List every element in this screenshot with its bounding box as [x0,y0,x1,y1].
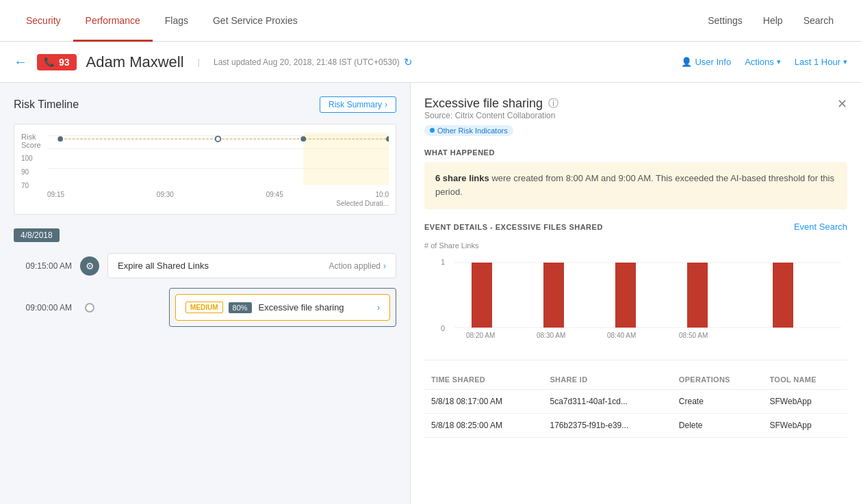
risk-summary-button[interactable]: Risk Summary › [320,96,396,113]
right-panel-header: Excessive file sharing ⓘ Source: Citrix … [424,96,847,146]
col-time-shared: TIME SHARED [424,370,543,390]
row0-operations: Create [672,390,763,414]
user-info-label: User Info [695,57,731,67]
header-divider: | [198,57,200,67]
svg-text:08:50 AM: 08:50 AM [679,332,708,339]
svg-rect-13 [543,263,564,328]
time-range-button[interactable]: Last 1 Hour ▾ [795,57,847,67]
panel-header: Risk Timeline Risk Summary › [14,96,396,113]
svg-text:08:20 AM: 08:20 AM [466,332,495,339]
actions-label: Actions [745,57,774,67]
risk-summary-chevron-icon: › [385,100,387,109]
nav-security-label: Security [26,15,61,26]
user-header: ← 📞 93 Adam Maxwell | Last updated Aug 2… [0,42,861,83]
timeline-item-expire: 09:15:00 AM ⚙ Expire all Shared Links Ac… [14,253,396,278]
source-text: Source: Citrix Content Collaboration [424,111,558,120]
top-nav: Security Performance Flags Get Service P… [0,0,861,42]
svg-rect-15 [687,263,708,328]
actions-button[interactable]: Actions ▾ [745,57,781,67]
event-search-link[interactable]: Event Search [794,222,847,232]
table-row: 5/8/18 08:17:00 AM 5ca7d311-40af-1cd... … [424,390,847,414]
action-text: Action applied [329,261,381,271]
what-happened-label: WHAT HAPPENED [424,148,847,157]
risk-score: 93 [59,57,70,68]
risk-badge: 📞 93 [37,54,77,70]
nav-help[interactable]: Help [763,15,783,26]
card-chevron-icon: › [383,261,386,271]
nav-flags-label: Flags [165,15,188,26]
nav-item-flags[interactable]: Flags [153,0,201,42]
tag-dot [430,128,435,133]
gear-icon: ⚙ [80,256,99,276]
nav-search[interactable]: Search [804,15,834,26]
header-actions: 👤 User Info Actions ▾ Last 1 Hour ▾ [681,57,847,67]
event-title-area: Excessive file sharing ⓘ Source: Citrix … [424,96,558,146]
svg-rect-16 [773,263,793,328]
col-share-id: SHARE ID [543,370,671,390]
bar-chart-y-label: # of Share Links [424,241,847,250]
selected-event-chevron-icon: › [377,302,380,313]
row1-share-id: 176b2375-f91b-e39... [543,414,671,438]
last-updated-text: Last updated Aug 20, 2018, 21:48 IST (UT… [214,57,400,67]
nav-item-service-proxies[interactable]: Get Service Proxies [201,0,310,42]
what-happened-box: 6 share links were created from 8:00 AM … [424,162,847,210]
event-score: 80% [229,302,252,313]
nav-item-security[interactable]: Security [14,0,73,42]
svg-text:08:40 AM: 08:40 AM [607,332,636,339]
excessive-file-sharing-title: Excessive file sharing [259,302,344,313]
col-operations: OPERATIONS [672,370,763,390]
time-range-label: Last 1 Hour [795,57,840,67]
svg-text:1: 1 [441,258,445,266]
row0-share-id: 5ca7d311-40af-1cd... [543,390,671,414]
selected-event-card[interactable]: MEDIUM 80% Excessive file sharing › [175,294,390,321]
table-header-row: TIME SHARED SHARE ID OPERATIONS TOOL NAM… [424,370,847,390]
svg-rect-14 [615,263,636,328]
user-icon: 👤 [681,57,692,67]
user-name: Adam Maxwell [86,53,184,71]
phone-icon: 📞 [44,57,55,67]
chart-x-09-15: 09:15 [47,191,64,198]
medium-badge: MEDIUM [185,302,223,313]
actions-chevron-icon: ▾ [777,57,781,66]
event-details-label: EVENT DETAILS - EXCESSIVE FILES SHARED [424,223,603,231]
info-icon[interactable]: ⓘ [548,97,558,110]
nav-item-performance[interactable]: Performance [73,0,153,42]
risk-chart-svg [47,131,389,186]
timeline-time-0915: 09:15:00 AM [14,261,72,271]
what-happened-bold: 6 share links [435,173,489,183]
risk-summary-label: Risk Summary [329,100,382,109]
expire-links-action: Action applied › [329,261,386,271]
user-info-button[interactable]: 👤 User Info [681,57,731,67]
chart-selected-duration: Selected Durati... [47,200,389,207]
row1-operations: Delete [672,414,763,438]
event-title-main: Excessive file sharing ⓘ [424,96,558,111]
svg-point-5 [216,136,221,142]
dot-icon [85,303,94,313]
chart-x-09-30: 09:30 [157,191,174,198]
event-title-text: Excessive file sharing [424,96,543,111]
main-content: Risk Timeline Risk Summary › Risk Score … [0,83,861,504]
timeline-time-0900: 09:00:00 AM [14,303,72,313]
last-updated: Last updated Aug 20, 2018, 21:48 IST (UT… [214,56,413,68]
svg-rect-3 [303,133,389,185]
chart-y-label: Risk Score [21,133,42,149]
table-row: 5/8/18 08:25:00 AM 176b2375-f91b-e39... … [424,414,847,438]
row0-tool: SFWebApp [763,390,847,414]
nav-settings[interactable]: Settings [708,15,743,26]
tag-label: Other Risk Indicators [437,127,508,135]
row1-time: 5/8/18 08:25:00 AM [424,414,543,438]
timeline-card-expire[interactable]: Expire all Shared Links Action applied › [107,253,396,278]
panel-title: Risk Timeline [14,98,79,111]
col-tool-name: TOOL NAME [763,370,847,390]
refresh-icon[interactable]: ↻ [404,56,413,68]
close-button[interactable]: ✕ [837,96,847,111]
right-panel: Excessive file sharing ⓘ Source: Citrix … [411,83,861,504]
event-card-left: MEDIUM 80% Excessive file sharing [185,302,344,313]
event-details-table: TIME SHARED SHARE ID OPERATIONS TOOL NAM… [424,370,847,438]
svg-text:08:30 AM: 08:30 AM [537,332,565,339]
table-body: 5/8/18 08:17:00 AM 5ca7d311-40af-1cd... … [424,390,847,438]
tag-pill: Other Risk Indicators [424,125,513,136]
nav-right: Settings Help Search [708,15,847,26]
back-button[interactable]: ← [14,54,27,70]
svg-point-6 [300,136,306,142]
